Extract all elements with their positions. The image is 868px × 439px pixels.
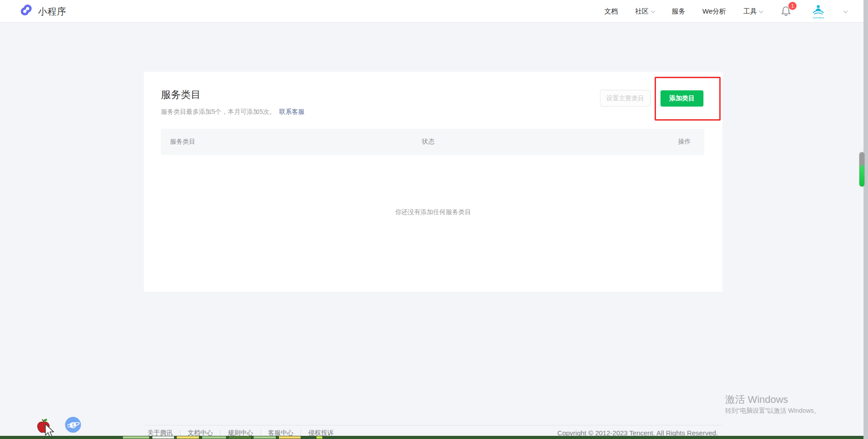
background-window-strip bbox=[0, 436, 868, 439]
footer-link-support-center[interactable]: 客服中心 bbox=[261, 430, 301, 436]
miniprogram-logo-icon bbox=[19, 3, 33, 19]
service-category-card: 服务类目 服务类目最多添加5个，本月可添加5次。联系客服 设置主营类目 添加类目… bbox=[144, 72, 722, 292]
brand[interactable]: 小程序 bbox=[19, 0, 66, 23]
contact-support-link[interactable]: 联系客服 bbox=[279, 108, 305, 115]
notification-bell-button[interactable]: 1 bbox=[780, 5, 793, 18]
nav-item-we-analytics[interactable]: We分析 bbox=[703, 7, 726, 16]
user-avatar[interactable]: kychakra bbox=[810, 4, 827, 19]
avatar-caption: kychakra bbox=[813, 16, 824, 19]
windows-activation-watermark: 激活 Windows 转到“电脑设置”以激活 Windows。 bbox=[725, 394, 820, 416]
footer-link-rules-center[interactable]: 规则中心 bbox=[221, 430, 261, 436]
chevron-down-icon bbox=[651, 9, 655, 13]
column-header-status: 状态 bbox=[422, 138, 607, 146]
footer-link-infringement[interactable]: 侵权投诉 bbox=[301, 430, 341, 436]
nav-item-label: 文档 bbox=[604, 7, 618, 16]
page-subtitle: 服务类目最多添加5个，本月可添加5次。联系客服 bbox=[161, 108, 305, 116]
footer-link-about-tencent[interactable]: 关于腾讯 bbox=[144, 430, 180, 436]
column-header-action: 操作 bbox=[607, 138, 704, 146]
nav-item-label: We分析 bbox=[703, 7, 726, 16]
top-navigation-bar: 小程序 文档 社区 服务 We分析 工具 bbox=[0, 0, 868, 23]
table-header-row: 服务类目 状态 操作 bbox=[161, 129, 704, 155]
watermark-line2: 转到“电脑设置”以激活 Windows。 bbox=[725, 406, 820, 416]
footer-link-doc-center[interactable]: 文档中心 bbox=[180, 430, 221, 436]
internet-explorer-icon: e bbox=[65, 417, 81, 433]
watermark-line1: 激活 Windows bbox=[725, 394, 820, 406]
scrollbar-track[interactable] bbox=[863, 0, 868, 439]
nav-item-services[interactable]: 服务 bbox=[672, 7, 685, 16]
account-menu-chevron-icon[interactable] bbox=[844, 9, 848, 13]
notification-count-badge: 1 bbox=[788, 2, 797, 10]
top-nav-menu: 文档 社区 服务 We分析 工具 1 bbox=[604, 0, 847, 23]
nav-item-tools[interactable]: 工具 bbox=[743, 7, 763, 16]
page-title: 服务类目 bbox=[161, 88, 201, 102]
chevron-down-icon bbox=[759, 9, 764, 13]
subtitle-text: 服务类目最多添加5个，本月可添加5次。 bbox=[161, 108, 276, 115]
column-header-category: 服务类目 bbox=[161, 138, 422, 146]
nav-item-label: 工具 bbox=[743, 7, 757, 16]
ie-letter-e: e bbox=[70, 419, 76, 430]
nav-item-label: 服务 bbox=[672, 7, 685, 16]
add-category-button[interactable]: 添加类目 bbox=[660, 90, 703, 107]
nav-item-label: 社区 bbox=[635, 7, 649, 16]
scrollbar-thumb[interactable] bbox=[859, 152, 864, 187]
empty-state-text: 你还没有添加任何服务类目 bbox=[144, 208, 722, 216]
avatar-figure-icon bbox=[811, 4, 825, 16]
nav-item-docs[interactable]: 文档 bbox=[604, 7, 618, 16]
set-main-category-button[interactable]: 设置主营类目 bbox=[600, 90, 651, 107]
page: 小程序 文档 社区 服务 We分析 工具 bbox=[0, 0, 868, 439]
page-footer: 关于腾讯 文档中心 规则中心 客服中心 侵权投诉 Copyright © 201… bbox=[144, 425, 722, 437]
app-title: 小程序 bbox=[38, 5, 66, 18]
nav-item-community[interactable]: 社区 bbox=[635, 7, 655, 16]
